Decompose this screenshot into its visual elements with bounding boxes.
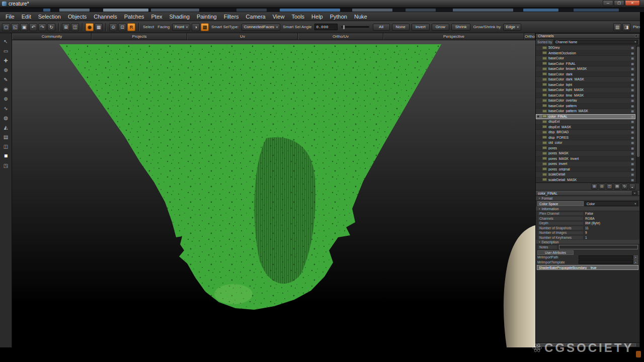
- channel-row[interactable]: baseColor_dark_MASK: [536, 77, 635, 82]
- menu-item[interactable]: Edit: [18, 12, 35, 21]
- channel-row[interactable]: pores_invert: [536, 161, 635, 167]
- add-channel-icon[interactable]: ⊞: [591, 184, 598, 190]
- view-tab[interactable]: Ortho: [524, 33, 535, 40]
- channel-row[interactable]: baseColor_light_MASK: [536, 87, 635, 93]
- color-swatch-white[interactable]: ■: [2, 152, 11, 159]
- smart-sel-angle-slider[interactable]: [341, 26, 369, 28]
- menu-item[interactable]: Painting: [193, 12, 220, 21]
- marquee-select-icon[interactable]: ▭: [2, 47, 11, 54]
- menu-item[interactable]: Python: [327, 12, 351, 21]
- view-tab[interactable]: Ortho/Uv: [298, 33, 383, 40]
- menu-item[interactable]: Ptex: [148, 12, 166, 21]
- chevron-down-icon[interactable]: ▾: [632, 191, 637, 195]
- attribute-field[interactable]: [579, 255, 633, 259]
- clone-stamp-icon[interactable]: ⊚: [2, 95, 11, 102]
- channel-row[interactable]: baseColor_light: [536, 82, 635, 88]
- duplicate-channel-icon[interactable]: ◫: [606, 184, 613, 190]
- grow-shrink-select[interactable]: Edge ▾: [503, 24, 521, 31]
- visibility-eye-icon[interactable]: [537, 115, 541, 118]
- selection-button[interactable]: Invert: [412, 24, 430, 31]
- channel-row[interactable]: scaleDetail_MASK: [536, 177, 635, 183]
- menu-item[interactable]: Channels: [90, 12, 120, 21]
- channel-row[interactable]: baseColor_dark: [536, 72, 635, 77]
- scrollbar-thumb[interactable]: [637, 47, 639, 157]
- selection-button[interactable]: All: [373, 24, 390, 31]
- channel-row[interactable]: dispExt: [536, 119, 635, 125]
- notes-input[interactable]: [559, 245, 638, 249]
- channel-row[interactable]: baseColor_overlay: [536, 98, 635, 104]
- selection-button[interactable]: Shrink: [451, 24, 471, 31]
- user-attributes-tab[interactable]: User Attributes: [537, 250, 574, 255]
- undo-icon[interactable]: ↶: [29, 23, 37, 31]
- channel-row[interactable]: 50Grey: [536, 45, 635, 51]
- sync-channel-icon[interactable]: ↻: [621, 184, 628, 190]
- menu-item[interactable]: Camera: [243, 12, 269, 21]
- menu-item[interactable]: View: [269, 12, 288, 21]
- panel-menu-icon[interactable]: [635, 35, 637, 37]
- selected-attribute-row[interactable]: ShaderBakePropagateBoundary true: [537, 265, 638, 270]
- section-description[interactable]: Description: [536, 240, 639, 244]
- facing-select[interactable]: Front ▾: [172, 24, 190, 31]
- export-channel-icon[interactable]: ◒: [629, 184, 635, 190]
- channel-row[interactable]: baseColor_pattern: [536, 104, 635, 109]
- channel-row[interactable]: disp_BROAD: [536, 130, 635, 135]
- menu-item[interactable]: Help: [308, 12, 327, 21]
- corner-pin-icon[interactable]: ◳: [2, 162, 11, 169]
- menu-item[interactable]: Tools: [288, 12, 308, 21]
- color-space-select[interactable]: Color ▾: [585, 201, 638, 206]
- section-format[interactable]: Format: [536, 196, 639, 201]
- view-tab[interactable]: Projects: [92, 33, 187, 40]
- menu-item[interactable]: Filters: [220, 12, 243, 21]
- channel-row[interactable]: pores_MASK_invert: [536, 156, 635, 162]
- zoom-tool-icon[interactable]: ⊕: [2, 66, 11, 73]
- select-tool-icon[interactable]: ↖: [2, 38, 11, 45]
- menu-item[interactable]: File: [2, 12, 18, 21]
- menu-item[interactable]: Nuke: [351, 12, 371, 21]
- channel-row[interactable]: baseColor_brown_MASK: [536, 66, 635, 72]
- reload-icon[interactable]: ↻: [47, 23, 55, 31]
- channel-row[interactable]: baseColor_pattern_MASK: [536, 109, 635, 114]
- attribute-expand-icon[interactable]: ▸: [634, 260, 638, 264]
- skin-mesh[interactable]: [504, 225, 535, 347]
- attribute-expand-icon[interactable]: ▸: [634, 255, 638, 259]
- selection-button[interactable]: Grow: [432, 24, 449, 31]
- slider-thumb[interactable]: [343, 25, 345, 30]
- split-tool-icon[interactable]: ◫: [2, 143, 11, 150]
- channel-row[interactable]: baseColor: [536, 56, 635, 61]
- sort-select[interactable]: Channel Name ▾: [553, 40, 638, 44]
- channel-row[interactable]: old_color: [536, 140, 635, 146]
- layers-tool-icon[interactable]: ▤: [2, 133, 11, 140]
- channel-row[interactable]: dispExt_MASK: [536, 125, 635, 130]
- stencil-icon[interactable]: ⊡: [118, 23, 126, 31]
- layout-icon[interactable]: ◨: [622, 23, 630, 31]
- view-tab[interactable]: Uv: [187, 33, 298, 40]
- properties-header[interactable]: color_FINAL ▾: [536, 191, 639, 196]
- open-icon[interactable]: ◱: [11, 23, 19, 31]
- texture-icon[interactable]: ▦: [95, 23, 103, 31]
- redo-icon[interactable]: ↷: [38, 23, 46, 31]
- channel-row[interactable]: scaleDetail: [536, 172, 635, 177]
- new-icon[interactable]: ▢: [2, 23, 10, 31]
- channel-row[interactable]: color_FINAL: [536, 114, 635, 120]
- paint-buffer-icon[interactable]: R: [127, 23, 135, 31]
- section-information[interactable]: Information: [536, 207, 639, 211]
- grid-icon[interactable]: ⊞: [62, 23, 70, 31]
- smart-seltype-select[interactable]: ConnectedFaces ▾: [242, 24, 281, 31]
- view-tab[interactable]: Perspective: [383, 33, 524, 40]
- remove-channel-icon[interactable]: ⊟: [599, 184, 605, 190]
- smudge-tool-icon[interactable]: ∿: [2, 105, 11, 112]
- minimize-button[interactable]: ─: [603, 0, 613, 6]
- transform-tool-icon[interactable]: ✚: [2, 57, 11, 64]
- mask-toggle-icon[interactable]: ▧: [201, 23, 209, 31]
- view-tab[interactable]: Community: [12, 33, 92, 40]
- selection-button[interactable]: None: [392, 24, 410, 31]
- viewport-canvas[interactable]: [12, 40, 535, 347]
- gradient-tool-icon[interactable]: ◭: [2, 124, 11, 131]
- menu-item[interactable]: Shading: [166, 12, 193, 21]
- blur-tool-icon[interactable]: ◍: [2, 114, 11, 121]
- channel-layers-icon[interactable]: ▤: [614, 184, 620, 190]
- paint-tool-icon[interactable]: ✎: [2, 76, 11, 83]
- smart-sel-angle-input[interactable]: 0.000: [314, 24, 338, 30]
- close-button[interactable]: ✕: [625, 0, 640, 6]
- channel-row[interactable]: baseColor_FINAL: [536, 61, 635, 67]
